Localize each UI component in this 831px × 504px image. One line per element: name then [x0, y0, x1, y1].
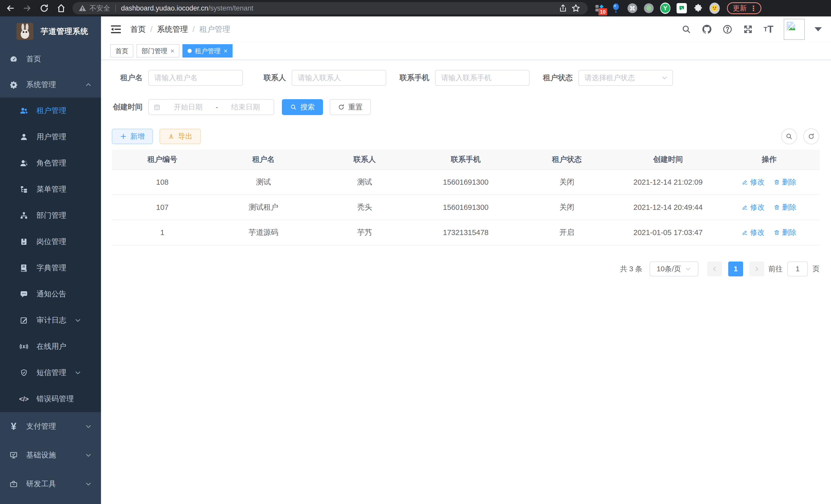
sidebar-item-label: 角色管理 [36, 158, 66, 168]
page-header: 首页 / 系统管理 / 租户管理 TT [101, 17, 831, 42]
page-content: 租户名 联系人 联系手机 租户状态 请选择租户状态 创建时间 [101, 60, 831, 504]
help-icon[interactable] [722, 24, 733, 35]
chrome-update-button[interactable]: 更新 ⋮ [727, 2, 762, 14]
current-page-button[interactable]: 1 [728, 262, 743, 276]
end-date-placeholder[interactable]: 结束日期 [222, 102, 269, 112]
share-icon[interactable] [557, 3, 569, 14]
page-size-select[interactable]: 10条/页 [650, 262, 698, 276]
extension-balloon-icon[interactable] [611, 3, 621, 13]
cell-created: 2021-12-14 21:02:09 [618, 170, 719, 195]
sidebar-item-devtools[interactable]: 研发工具 [0, 470, 101, 498]
search-icon[interactable] [681, 24, 692, 35]
sidebar-item-home[interactable]: 首页 [0, 46, 101, 72]
sidebar-item-menu[interactable]: 菜单管理 [0, 176, 101, 202]
col-header-actions: 操作 [718, 149, 820, 169]
chevron-down-icon [85, 481, 92, 487]
edit-pen-icon [742, 204, 748, 210]
cell-contact: 秃头 [314, 195, 415, 219]
chevron-left-icon [712, 266, 718, 272]
app-logo-row[interactable]: 芋道管理系统 [0, 17, 101, 46]
sidebar-item-role[interactable]: 角色管理 [0, 150, 101, 176]
edit-link[interactable]: 修改 [742, 177, 765, 187]
active-tab-dot [188, 49, 192, 53]
back-icon[interactable] [5, 3, 16, 14]
breadcrumb-system[interactable]: 系统管理 [157, 24, 188, 35]
bookmark-star-icon[interactable] [570, 3, 581, 14]
update-label: 更新 [733, 4, 747, 13]
code-icon: </> [20, 394, 28, 403]
sidebar-fold-icon[interactable] [110, 24, 121, 34]
not-secure-warning-icon[interactable] [79, 4, 86, 12]
reset-button[interactable]: 重置 [330, 99, 371, 115]
sidebar-item-sms[interactable]: 短信管理 [0, 360, 101, 386]
edit-link[interactable]: 修改 [742, 202, 765, 212]
chevron-down-icon [685, 266, 691, 272]
extension-green-dot-icon[interactable] [644, 3, 654, 13]
col-header-phone: 联系手机 [415, 149, 516, 169]
extension-puzzle-icon[interactable] [693, 3, 703, 13]
table-row: 107 测试租户 秃头 15601691300 关闭 2021-12-14 20… [112, 195, 820, 219]
prev-page-button[interactable] [707, 262, 722, 276]
tab-home[interactable]: 首页 [110, 44, 133, 58]
filter-row-1: 租户名 联系人 联系手机 租户状态 请选择租户状态 [112, 70, 685, 86]
edit-link[interactable]: 修改 [742, 228, 765, 237]
sidebar-item-user[interactable]: 用户管理 [0, 124, 101, 150]
reload-icon[interactable] [38, 3, 50, 14]
next-page-button[interactable] [749, 262, 764, 276]
chrome-menu-icon[interactable]: ⋮ [750, 4, 757, 12]
forward-icon[interactable] [22, 3, 33, 14]
extension-tampermonkey-icon[interactable]: 10 [594, 3, 605, 13]
sidebar-item-tenant[interactable]: 租户管理 [0, 98, 101, 124]
sidebar-item-dict[interactable]: 字典管理 [0, 255, 101, 281]
avatar-caret-icon[interactable] [814, 27, 822, 31]
export-button[interactable]: 导出 [160, 129, 201, 144]
extension-hangouts-icon[interactable] [677, 3, 687, 13]
cell-status: 开启 [516, 220, 618, 245]
cell-tenant-name: 测试 [213, 170, 314, 195]
sidebar-item-payment[interactable]: ¥ 支付管理 [0, 412, 101, 441]
home-icon[interactable] [56, 3, 67, 14]
sidebar-item-post[interactable]: 岗位管理 [0, 229, 101, 255]
font-size-icon[interactable]: TT [763, 24, 774, 35]
add-button[interactable]: 新增 [112, 129, 153, 144]
show-search-toggle-button[interactable] [781, 128, 797, 144]
date-range-picker[interactable]: 开始日期 - 结束日期 [148, 99, 274, 115]
address-bar[interactable]: 不安全 dashboard.yudao.iocoder.cn/system/te… [73, 2, 588, 14]
sidebar-item-audit-log[interactable]: 审计日志 [0, 307, 101, 333]
extension-command-icon[interactable] [627, 3, 637, 13]
toolbox-icon [9, 480, 18, 488]
contact-input[interactable] [292, 70, 386, 86]
delete-link[interactable]: 删除 [774, 228, 796, 237]
sidebar-item-system[interactable]: 系统管理 [0, 72, 101, 98]
avatar-broken-image[interactable] [784, 19, 805, 40]
status-select[interactable]: 请选择租户状态 [578, 70, 673, 86]
sidebar-item-infra[interactable]: 基础设施 [0, 441, 101, 470]
github-icon[interactable] [701, 24, 712, 35]
users-icon [20, 106, 28, 115]
start-date-placeholder[interactable]: 开始日期 [165, 102, 211, 112]
close-icon[interactable]: × [170, 48, 174, 54]
tab-dept[interactable]: 部门管理 × [137, 44, 179, 58]
search-button[interactable]: 搜索 [282, 99, 323, 115]
url-text[interactable]: dashboard.yudao.iocoder.cn/system/tenant [121, 4, 253, 12]
monitor-check-icon [9, 451, 18, 459]
sidebar-item-error-code[interactable]: </> 错误码管理 [0, 386, 101, 412]
extension-emoji-icon[interactable] [710, 3, 720, 13]
close-icon[interactable]: × [224, 48, 227, 54]
delete-link[interactable]: 删除 [774, 202, 796, 212]
user-group-icon [20, 159, 28, 168]
tenant-name-input[interactable] [148, 70, 243, 86]
sidebar-item-online-users[interactable]: 在线用户 [0, 333, 101, 360]
extension-yuque-icon[interactable]: Y [660, 3, 670, 13]
gear-icon [9, 80, 18, 89]
phone-input[interactable] [435, 70, 529, 86]
tab-tenant[interactable]: 租户管理 × [182, 44, 233, 58]
security-label: 不安全 [89, 4, 110, 13]
sidebar-item-notice[interactable]: 通知公告 [0, 281, 101, 307]
sidebar-item-dept[interactable]: 部门管理 [0, 202, 101, 229]
delete-link[interactable]: 删除 [774, 177, 796, 187]
fullscreen-icon[interactable] [743, 24, 753, 35]
goto-page-input[interactable] [787, 262, 808, 276]
breadcrumb-home[interactable]: 首页 [130, 24, 146, 35]
refresh-table-button[interactable] [803, 128, 819, 144]
